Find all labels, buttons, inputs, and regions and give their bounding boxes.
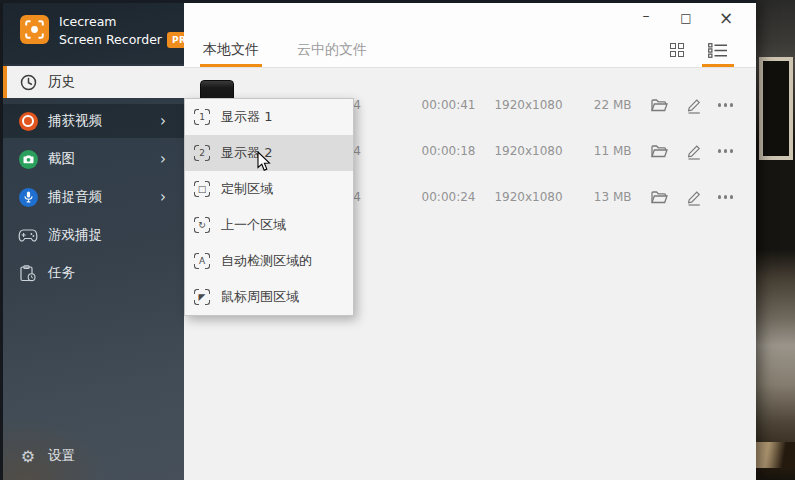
pencil-icon (686, 143, 702, 160)
mouse-cursor (257, 151, 271, 172)
auto-detect-icon: A (194, 253, 210, 269)
close-button[interactable]: × (706, 8, 746, 28)
viewfinder-record-icon (25, 20, 44, 39)
file-size: 22 MB (580, 98, 632, 112)
viewfinder-1-icon: 1 (194, 109, 210, 125)
sidebar-item-capture-video[interactable]: 捕获视频 › (3, 104, 184, 138)
menu-item-area-around-mouse[interactable]: ◤ 鼠标周围区域 (185, 279, 353, 315)
app-logo-icon (20, 15, 49, 44)
wallpaper-picture-frame (759, 57, 793, 160)
file-size: 13 MB (580, 190, 632, 204)
chevron-right-icon: › (160, 112, 166, 130)
resolution: 1920x1080 (490, 98, 568, 112)
app-title-line2: Screen Recorder (59, 31, 162, 49)
tab-bar: 本地文件 云中的文件 (203, 33, 367, 67)
sidebar-item-history[interactable]: 历史 (3, 66, 184, 98)
folder-icon (650, 144, 668, 159)
menu-item-label: 上一个区域 (221, 216, 286, 234)
grid-view-button[interactable] (666, 33, 688, 67)
app-title-line1: Icecream (59, 13, 200, 31)
custom-area-icon: □ (194, 181, 210, 197)
open-folder-button[interactable] (650, 144, 668, 159)
gamepad-icon (18, 225, 38, 245)
microphone-icon (18, 187, 38, 207)
tasks-clipboard-icon (18, 263, 38, 283)
sidebar-item-label: 游戏捕捉 (48, 226, 102, 244)
window-controls: – □ × (626, 3, 746, 33)
minimize-button[interactable]: – (626, 7, 666, 29)
pencil-icon (686, 189, 702, 206)
chevron-right-icon: › (160, 188, 166, 206)
tab-local-files[interactable]: 本地文件 (203, 33, 259, 67)
open-folder-button[interactable] (650, 190, 668, 205)
resolution: 1920x1080 (490, 190, 568, 204)
grid-view-icon (670, 43, 684, 57)
edit-button[interactable] (686, 189, 702, 206)
desktop-wallpaper (756, 0, 795, 480)
sidebar-item-game-capture[interactable]: 游戏捕捉 (3, 218, 184, 252)
clock-icon (18, 72, 38, 92)
tab-cloud-files[interactable]: 云中的文件 (297, 33, 367, 67)
folder-icon (650, 98, 668, 113)
titlebar: – □ × (184, 3, 756, 33)
menu-item-label: 定制区域 (221, 180, 273, 198)
maximize-button[interactable]: □ (666, 11, 706, 25)
record-icon (18, 111, 38, 131)
sidebar: Icecream Screen Recorder PRO 历史 (0, 0, 184, 480)
camera-icon (18, 149, 38, 169)
duration: 00:00:41 (412, 98, 476, 112)
menu-item-label: 鼠标周围区域 (221, 288, 299, 306)
duration: 00:00:18 (412, 144, 476, 158)
menu-item-label: 自动检测区域的 (221, 252, 312, 270)
resolution: 1920x1080 (490, 144, 568, 158)
more-options-button[interactable] (718, 149, 734, 153)
app-title: Icecream Screen Recorder PRO (59, 13, 200, 49)
edit-button[interactable] (686, 143, 702, 160)
edit-button[interactable] (686, 97, 702, 114)
menu-item-monitor-1[interactable]: 1 显示器 1 (185, 99, 353, 135)
list-view-icon (708, 43, 728, 58)
sidebar-item-label: 捕捉音频 (48, 188, 102, 206)
menu-item-custom-area[interactable]: □ 定制区域 (185, 171, 353, 207)
sidebar-item-settings[interactable]: ⚙ 设置 (3, 440, 184, 472)
last-area-icon: ↻ (194, 217, 210, 233)
viewfinder-2-icon: 2 (194, 145, 210, 161)
menu-item-label: 显示器 1 (221, 108, 272, 126)
file-size: 11 MB (580, 144, 632, 158)
capture-area-menu: 1 显示器 1 2 显示器 2 □ 定制区域 ↻ 上一个区域 A 自动检测区域的… (184, 98, 354, 316)
sidebar-item-label: 捕获视频 (48, 112, 102, 130)
list-view-button[interactable] (704, 33, 732, 67)
toolbar: 本地文件 云中的文件 (184, 33, 756, 68)
app-window: Icecream Screen Recorder PRO 历史 (0, 0, 756, 480)
menu-item-last-area[interactable]: ↻ 上一个区域 (185, 207, 353, 243)
more-options-button[interactable] (718, 103, 734, 107)
sidebar-item-screenshot[interactable]: 截图 › (3, 142, 184, 176)
settings-label: 设置 (48, 447, 75, 465)
sidebar-menu: 历史 捕获视频 › 截图 › (3, 66, 184, 294)
folder-icon (650, 190, 668, 205)
mouse-area-icon: ◤ (194, 289, 210, 305)
sidebar-item-label: 历史 (48, 73, 75, 91)
logo-area: Icecream Screen Recorder PRO (3, 0, 184, 64)
sidebar-item-label: 任务 (48, 264, 75, 282)
wallpaper-table-edge (756, 442, 795, 468)
view-toggle (666, 33, 732, 67)
duration: 00:00:24 (412, 190, 476, 204)
chevron-right-icon: › (160, 150, 166, 168)
sidebar-item-tasks[interactable]: 任务 (3, 256, 184, 290)
sidebar-item-label: 截图 (48, 150, 75, 168)
sidebar-item-capture-audio[interactable]: 捕捉音频 › (3, 180, 184, 214)
gear-icon: ⚙ (18, 447, 38, 466)
more-options-button[interactable] (718, 195, 734, 199)
pencil-icon (686, 97, 702, 114)
menu-item-auto-detect-area[interactable]: A 自动检测区域的 (185, 243, 353, 279)
open-folder-button[interactable] (650, 98, 668, 113)
